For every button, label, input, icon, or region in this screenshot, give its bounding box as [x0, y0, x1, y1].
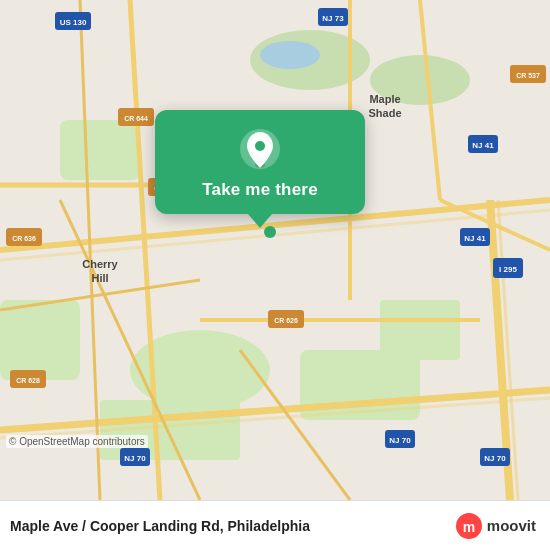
map-container: US 130 NJ 73 CR 644 CR 644 NJ 41 NJ 41 C…: [0, 0, 550, 500]
location-pin-icon: [239, 128, 281, 170]
svg-text:CR 537: CR 537: [516, 72, 540, 79]
svg-rect-7: [380, 300, 460, 360]
svg-text:US 130: US 130: [60, 18, 87, 27]
svg-rect-5: [0, 300, 80, 380]
svg-rect-3: [60, 120, 140, 180]
svg-text:CR 644: CR 644: [124, 115, 148, 122]
svg-text:I 295: I 295: [499, 265, 517, 274]
osm-attribution: © OpenStreetMap contributors: [6, 435, 148, 448]
svg-text:Maple: Maple: [369, 93, 400, 105]
svg-text:NJ 73: NJ 73: [322, 14, 344, 23]
svg-text:NJ 70: NJ 70: [484, 454, 506, 463]
svg-text:NJ 41: NJ 41: [464, 234, 486, 243]
svg-text:NJ 70: NJ 70: [124, 454, 146, 463]
svg-text:NJ 70: NJ 70: [389, 436, 411, 445]
svg-text:Shade: Shade: [368, 107, 401, 119]
bottom-bar: Maple Ave / Cooper Landing Rd, Philadelp…: [0, 500, 550, 550]
svg-text:CR 628: CR 628: [16, 377, 40, 384]
map-background: US 130 NJ 73 CR 644 CR 644 NJ 41 NJ 41 C…: [0, 0, 550, 500]
location-label: Maple Ave / Cooper Landing Rd, Philadelp…: [10, 518, 310, 534]
moovit-logo: m moovit: [455, 512, 536, 540]
svg-point-62: [255, 141, 265, 151]
moovit-icon: m: [455, 512, 483, 540]
svg-text:CR 636: CR 636: [12, 235, 36, 242]
popup-tooltip[interactable]: Take me there: [155, 110, 365, 214]
svg-text:m: m: [463, 519, 475, 535]
svg-text:CR 626: CR 626: [274, 317, 298, 324]
moovit-text: moovit: [487, 517, 536, 534]
svg-point-9: [260, 41, 320, 69]
take-me-there-button[interactable]: Take me there: [202, 180, 318, 200]
svg-text:NJ 41: NJ 41: [472, 141, 494, 150]
svg-text:Cherry: Cherry: [82, 258, 118, 270]
svg-text:Hill: Hill: [91, 272, 108, 284]
